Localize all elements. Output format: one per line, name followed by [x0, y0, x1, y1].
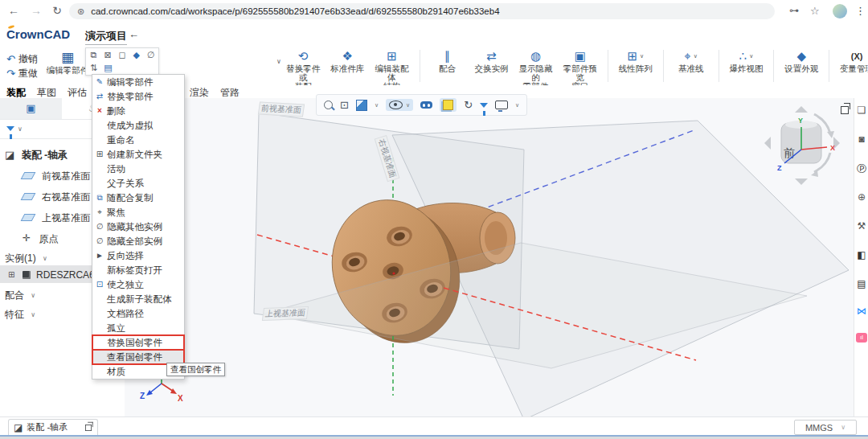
menu-item-parent-child[interactable]: 父子关系	[92, 176, 184, 191]
compass-icon[interactable]: ⊕	[854, 191, 868, 203]
menu-item-focus[interactable]: ⌖聚焦	[92, 205, 184, 220]
mate-button[interactable]: ∥ 配合	[430, 48, 464, 73]
document-tab-bar: ◪ 装配 -轴承 MMGS ∨	[0, 416, 868, 436]
viewport-3d[interactable]: Z X 前视基准面 右视基准面 上视基准面 前 Y X Z	[125, 98, 854, 416]
chevron-down-icon[interactable]: ∨	[375, 102, 379, 109]
quick-isolate-icon[interactable]: ◻	[117, 49, 129, 60]
menu-item-hide-other-instances[interactable]: ∅隐藏其他实例	[92, 220, 184, 234]
replace-part-icon: ⟲	[298, 49, 309, 64]
menu-label: 编辑零部件	[107, 75, 154, 89]
display-monitor-icon[interactable]	[495, 101, 508, 109]
feature-tree-tab[interactable]: ▣	[0, 98, 62, 119]
document-tab[interactable]: ◪ 装配 -轴承	[8, 419, 98, 435]
address-bar[interactable]: ⊛ cad.crowncad.com/cad/workspace/p/69255…	[69, 3, 775, 19]
filter-chevron-icon[interactable]: ∨	[18, 125, 23, 133]
bookmark-star-icon[interactable]: ☆	[810, 5, 820, 17]
menu-item-copy-with-mates[interactable]: ⧉随配合复制	[92, 191, 184, 205]
expand-icon[interactable]: ⊞	[8, 270, 14, 279]
chevron-down-icon[interactable]: ∨	[694, 53, 698, 59]
chevron-down-icon[interactable]: ∨	[749, 53, 753, 59]
p-badge-icon[interactable]: Ⓟ	[854, 162, 868, 176]
linear-pattern-button[interactable]: ⊞∨ 线性阵列	[619, 48, 653, 73]
project-title[interactable]: 演示项目	[85, 29, 127, 45]
menu-item-replace-guochuang-part[interactable]: 替换国创零件	[92, 335, 184, 350]
vr-goggles-icon[interactable]	[420, 101, 432, 109]
menu-item-make-virtual[interactable]: 使成为虚拟	[92, 118, 184, 133]
datum-line-button[interactable]: ⌖∨ 基准线	[674, 48, 708, 73]
crowncad-logo[interactable]: CrownCAD	[6, 27, 70, 41]
label: 爆炸视图	[729, 64, 763, 73]
url-text[interactable]: cad.crowncad.com/cad/workspace/p/6925555…	[91, 6, 499, 16]
turntable-rotate-icon[interactable]: ↻	[464, 99, 473, 111]
filter-icon[interactable]	[6, 126, 14, 131]
menu-item-open-new-tab[interactable]: 新标签页打开	[92, 263, 184, 277]
fit-view-icon[interactable]: ⊡	[340, 99, 349, 111]
menu-item-hide-all-instances[interactable]: ∅隐藏全部实例	[92, 234, 184, 248]
chevron-down-icon[interactable]: ∨	[406, 102, 410, 109]
standard-library-button[interactable]: ❖ 标准件库	[330, 48, 364, 73]
swap-instance-button[interactable]: ⇄ 交换实例	[474, 48, 508, 73]
quick-list-icon[interactable]: ▤	[102, 62, 114, 73]
tab-restore-icon[interactable]	[85, 425, 92, 431]
blue-app-icon[interactable]: ⋈	[854, 306, 868, 317]
menu-item-activate[interactable]: 活动	[92, 162, 184, 176]
password-key-icon[interactable]: ⊶	[789, 5, 799, 16]
tree-item-label: 上视基准面	[42, 212, 90, 224]
browser-menu-icon[interactable]: ⋮	[855, 5, 866, 17]
label: 线性阵列	[619, 64, 653, 73]
chevron-down-icon[interactable]: ∨	[515, 102, 519, 109]
variable-management-button[interactable]: (X) 变量管理	[840, 48, 868, 73]
multi-window-icon[interactable]	[841, 106, 849, 114]
menu-item-make-independent[interactable]: ⊡使之独立	[92, 277, 184, 292]
quick-appearance-icon[interactable]: ◆	[130, 49, 142, 60]
menu-item-replace-component[interactable]: ⇄替换零部件	[92, 89, 184, 104]
back-arrow-icon[interactable]: ←	[129, 28, 139, 40]
quick-swap-icon[interactable]: ⇅	[88, 62, 100, 73]
browser-forward-icon[interactable]: →	[29, 4, 43, 17]
bilibili-icon[interactable]: ıl	[856, 333, 867, 343]
view-cube-front-face-label[interactable]: 前	[784, 146, 795, 159]
side-dock: ❏ ◙ Ⓟ ⊕ ⚒ ◧ ▤ ⋈ ıl	[854, 98, 868, 416]
label: 配合	[439, 64, 456, 73]
menu-item-rename[interactable]: 重命名	[92, 133, 184, 147]
unit-system-dropdown[interactable]: MMGS ∨	[794, 420, 857, 435]
redo-button[interactable]: ↷ 重做	[6, 67, 38, 80]
menu-item-invert-selection[interactable]: ►反向选择	[92, 248, 184, 263]
rotate-down-arrow[interactable]	[795, 178, 808, 185]
quick-open-icon[interactable]: ⧉	[88, 49, 100, 60]
edit-component-button[interactable]: ▦ 编辑零部件	[44, 49, 91, 75]
selection-filter-icon[interactable]	[480, 103, 488, 108]
site-settings-icon[interactable]: ⊛	[77, 6, 84, 17]
shaded-display-icon[interactable]	[443, 100, 453, 110]
quick-delete-icon[interactable]: ⊠	[102, 49, 114, 60]
rotate-up-arrow[interactable]	[795, 106, 808, 113]
grid-tool-icon[interactable]: ◧	[854, 249, 868, 261]
folder-icon[interactable]: ❏	[854, 105, 868, 116]
menu-item-document-path[interactable]: 文档路径	[92, 306, 184, 321]
browser-profile-avatar[interactable]	[833, 4, 847, 18]
menu-item-edit-component[interactable]: ✎编辑零部件	[92, 75, 184, 89]
zoom-icon[interactable]	[324, 101, 333, 109]
chevron-down-icon[interactable]: ∨	[640, 53, 644, 59]
ribbon-overflow-chevron-icon[interactable]: ∨	[276, 58, 281, 65]
menu-item-isolate[interactable]: 孤立	[92, 321, 184, 335]
menu-item-new-subassembly[interactable]: 生成新子装配体	[92, 292, 184, 306]
book-icon[interactable]: ▤	[854, 278, 868, 289]
rotate-left-arrow[interactable]	[764, 137, 771, 150]
quick-hide-icon[interactable]: ∅	[145, 49, 157, 60]
roll-cw-arrowhead[interactable]	[827, 131, 834, 138]
undo-button[interactable]: ↶ 撤销	[6, 52, 38, 66]
set-appearance-button[interactable]: ◆ 设置外观	[784, 48, 818, 73]
viewport-toolbar: ⊡ ∨ ∨ ↻ ∨	[316, 94, 527, 116]
tooltip: 查看国创零件	[166, 363, 225, 376]
menu-item-delete[interactable]: ×删除	[92, 104, 184, 118]
wrench-icon[interactable]: ⚒	[854, 220, 868, 232]
browser-back-icon[interactable]: ←	[6, 4, 21, 17]
exploded-view-button[interactable]: ∴∨ 爆炸视图	[729, 48, 763, 73]
view-cube[interactable]: 前 Y X Z	[758, 101, 846, 194]
camera-icon[interactable]: ◙	[854, 133, 868, 145]
browser-reload-icon[interactable]: ↻	[50, 4, 64, 17]
view-orientation-icon[interactable]	[356, 100, 367, 111]
visibility-eye-icon[interactable]	[389, 101, 403, 109]
menu-item-new-folder[interactable]: ⊞创建新文件夹	[92, 147, 184, 162]
